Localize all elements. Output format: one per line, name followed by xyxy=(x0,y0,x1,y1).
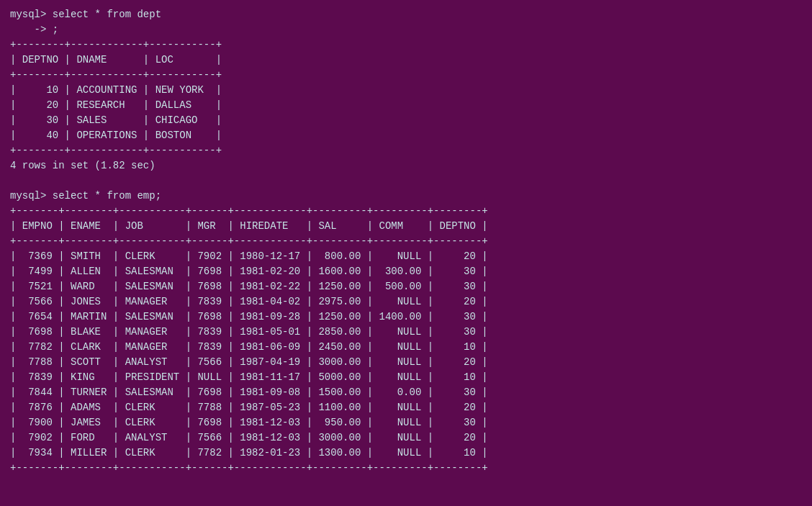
dept-rowcount: 4 rows in set (1.82 sec) xyxy=(10,158,802,173)
query2-spacer xyxy=(10,173,802,189)
emp-row: | 7654 | MARTIN | SALESMAN | 7698 | 1981… xyxy=(10,310,802,325)
emp-rows: | 7369 | SMITH | CLERK | 7902 | 1980-12-… xyxy=(10,249,802,461)
emp-row: | 7499 | ALLEN | SALESMAN | 7698 | 1981-… xyxy=(10,264,802,279)
query1: mysql> select * from dept -> ; xyxy=(10,7,802,37)
query2: mysql> select * from emp; xyxy=(10,189,802,204)
emp-row: | 7934 | MILLER | CLERK | 7782 | 1982-01… xyxy=(10,446,802,461)
dept-header: | DEPTNO | DNAME | LOC | xyxy=(10,53,802,68)
emp-row: | 7876 | ADAMS | CLERK | 7788 | 1987-05-… xyxy=(10,400,802,415)
emp-row: | 7566 | JONES | MANAGER | 7839 | 1981-0… xyxy=(10,294,802,310)
dept-row: | 40 | OPERATIONS | BOSTON | xyxy=(10,128,802,143)
emp-row: | 7839 | KING | PRESIDENT | NULL | 1981-… xyxy=(10,370,802,385)
emp-row: | 7782 | CLARK | MANAGER | 7839 | 1981-0… xyxy=(10,340,802,355)
dept-border-top: +--------+------------+-----------+ xyxy=(10,37,802,53)
dept-row: | 30 | SALES | CHICAGO | xyxy=(10,113,802,128)
dept-rows: | 10 | ACCOUNTING | NEW YORK || 20 | RES… xyxy=(10,83,802,143)
dept-border-mid: +--------+------------+-----------+ xyxy=(10,68,802,83)
dept-border-bot: +--------+------------+-----------+ xyxy=(10,143,802,158)
dept-row: | 20 | RESEARCH | DALLAS | xyxy=(10,98,802,113)
emp-row: | 7788 | SCOTT | ANALYST | 7566 | 1987-0… xyxy=(10,355,802,370)
terminal: mysql> select * from dept -> ; +--------… xyxy=(10,7,802,476)
emp-row: | 7698 | BLAKE | MANAGER | 7839 | 1981-0… xyxy=(10,325,802,340)
emp-border-mid: +-------+--------+-----------+------+---… xyxy=(10,234,802,249)
emp-header: | EMPNO | ENAME | JOB | MGR | HIREDATE |… xyxy=(10,219,802,234)
emp-border-bot: +-------+--------+-----------+------+---… xyxy=(10,461,802,476)
emp-row: | 7902 | FORD | ANALYST | 7566 | 1981-12… xyxy=(10,430,802,446)
emp-row: | 7844 | TURNER | SALESMAN | 7698 | 1981… xyxy=(10,385,802,400)
emp-border-top: +-------+--------+-----------+------+---… xyxy=(10,204,802,219)
emp-row: | 7369 | SMITH | CLERK | 7902 | 1980-12-… xyxy=(10,249,802,264)
emp-row: | 7521 | WARD | SALESMAN | 7698 | 1981-0… xyxy=(10,279,802,294)
dept-row: | 10 | ACCOUNTING | NEW YORK | xyxy=(10,83,802,98)
emp-row: | 7900 | JAMES | CLERK | 7698 | 1981-12-… xyxy=(10,415,802,430)
